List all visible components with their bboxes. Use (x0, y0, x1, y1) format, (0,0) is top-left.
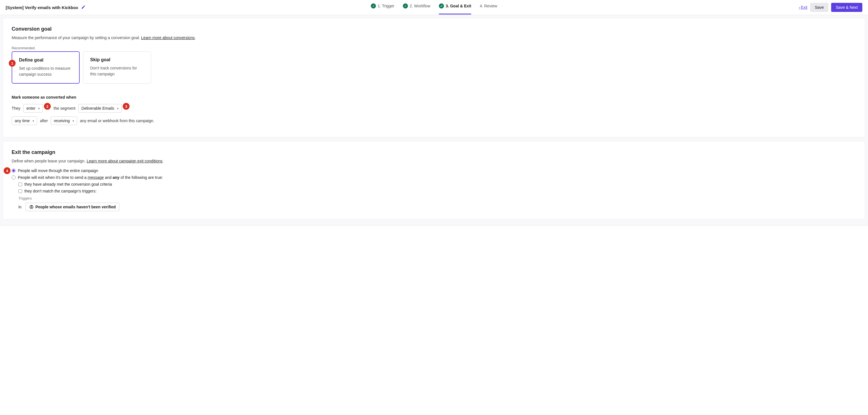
chevron-left-icon: ‹ (799, 5, 800, 10)
wizard-steps: ✓ 1. Trigger ✓ 2. Workflow ✓ 3. Goal & E… (371, 3, 497, 11)
annotation-badge-3: 3 (123, 103, 129, 110)
triggers-label: Triggers (19, 196, 857, 200)
condition-row-1: They enter 2 the segment Deliverable Ema… (11, 104, 857, 113)
trigger-in-row: in People whose emails haven't been veri… (19, 203, 857, 211)
edit-title-icon[interactable] (81, 5, 86, 10)
receiving-select[interactable]: receiving (51, 117, 77, 125)
step-trigger[interactable]: ✓ 1. Trigger (371, 3, 394, 11)
trigger-pill[interactable]: People whose emails haven't been verifie… (26, 203, 119, 211)
the-segment-text: the segment (54, 106, 75, 110)
skip-goal-title: Skip goal (90, 57, 144, 62)
checkbox-dont-match-label: they don't match the campaign's triggers… (24, 189, 96, 193)
exit-radio-entire[interactable]: 4 People will move through the entire ca… (11, 168, 857, 173)
define-goal-title: Define goal (19, 58, 72, 63)
enter-select[interactable]: enter (23, 104, 43, 113)
conversion-desc-text: Measure the performance of your campaign… (11, 35, 141, 40)
exit-link[interactable]: ‹ Exit (799, 5, 807, 10)
radio2-post: of the following are true: (119, 175, 163, 180)
radio2-any: any (113, 175, 119, 180)
mark-converted-title: Mark someone as converted when (11, 95, 857, 99)
message-tooltip[interactable]: message (88, 175, 104, 180)
goal-cards-row: 1 Define goal Set up conditions to measu… (11, 51, 857, 84)
conversion-desc: Measure the performance of your campaign… (11, 35, 857, 40)
skip-goal-desc: Don't track conversions for this campaig… (90, 65, 144, 77)
save-next-button[interactable]: Save & Next (831, 3, 862, 12)
content-area: Conversion goal Measure the performance … (0, 15, 868, 226)
radio-conditional-input[interactable] (11, 175, 16, 180)
step-label: 2. Workflow (410, 4, 430, 8)
radio-entire-input[interactable] (11, 169, 16, 172)
exit-campaign-panel: Exit the campaign Define when people lea… (3, 141, 865, 219)
in-text: in (19, 205, 22, 209)
check-icon: ✓ (439, 3, 444, 8)
campaign-title: [System] Verify emails with Kickbox (6, 5, 78, 10)
segment-select[interactable]: Deliverable Emails (78, 104, 122, 113)
skip-goal-card[interactable]: Skip goal Don't track conversions for th… (83, 51, 151, 84)
check-icon: ✓ (403, 3, 408, 8)
save-button[interactable]: Save (810, 3, 828, 12)
step-label: 4. Review (479, 4, 497, 8)
exit-label: Exit (801, 5, 807, 10)
anytime-select[interactable]: any time (11, 117, 37, 125)
radio-conditional-label: People will exit when it's time to send … (18, 175, 163, 180)
conversion-title: Conversion goal (11, 26, 857, 32)
radio2-pre: People will exit when it's time to send … (18, 175, 88, 180)
step-workflow[interactable]: ✓ 2. Workflow (403, 3, 430, 11)
segment-icon (29, 205, 34, 209)
recommended-label: Recommended (11, 46, 857, 50)
learn-exit-link[interactable]: Learn more about campaign exit condition… (87, 159, 163, 163)
checkbox-met-goal-label: they have already met the conversion goa… (24, 182, 112, 187)
step-review[interactable]: 4. Review (479, 4, 497, 11)
check-icon: ✓ (371, 3, 376, 8)
define-goal-card[interactable]: 1 Define goal Set up conditions to measu… (11, 51, 80, 84)
conversion-goal-panel: Conversion goal Measure the performance … (3, 18, 865, 137)
exit-title: Exit the campaign (11, 149, 857, 155)
trigger-pill-label: People whose emails haven't been verifie… (35, 205, 116, 209)
exit-desc: Define when people leave your campaign. … (11, 159, 857, 163)
they-text: They (11, 106, 21, 110)
checkbox-met-goal[interactable]: they have already met the conversion goa… (19, 182, 857, 187)
step-goal-exit[interactable]: ✓ 3. Goal & Exit (439, 3, 471, 11)
annotation-badge-2: 2 (44, 103, 51, 110)
radio2-mid: and (104, 175, 113, 180)
checkbox-dont-match[interactable]: they don't match the campaign's triggers… (19, 189, 857, 193)
exit-desc-text: Define when people leave your campaign. (11, 159, 87, 163)
annotation-badge-4: 4 (4, 167, 10, 174)
exit-radio-conditional[interactable]: People will exit when it's time to send … (11, 175, 857, 180)
svg-point-1 (31, 206, 32, 207)
checkbox-met-goal-input[interactable] (19, 183, 22, 186)
step-label: 3. Goal & Exit (445, 4, 471, 8)
define-goal-desc: Set up conditions to measure campaign su… (19, 65, 72, 77)
header-left: [System] Verify emails with Kickbox (6, 5, 86, 10)
tail-text: any email or webhook from this campaign. (80, 119, 154, 123)
annotation-badge-1: 1 (9, 60, 16, 67)
header-bar: [System] Verify emails with Kickbox ✓ 1.… (0, 0, 868, 15)
condition-row-2: any time after receiving any email or we… (11, 117, 857, 125)
learn-conversions-link[interactable]: Learn more about conversions (141, 35, 195, 40)
radio-entire-label: People will move through the entire camp… (18, 168, 98, 173)
step-label: 1. Trigger (378, 4, 394, 8)
header-actions: ‹ Exit Save Save & Next (799, 3, 862, 12)
after-text: after (40, 119, 48, 123)
checkbox-dont-match-input[interactable] (19, 189, 22, 193)
